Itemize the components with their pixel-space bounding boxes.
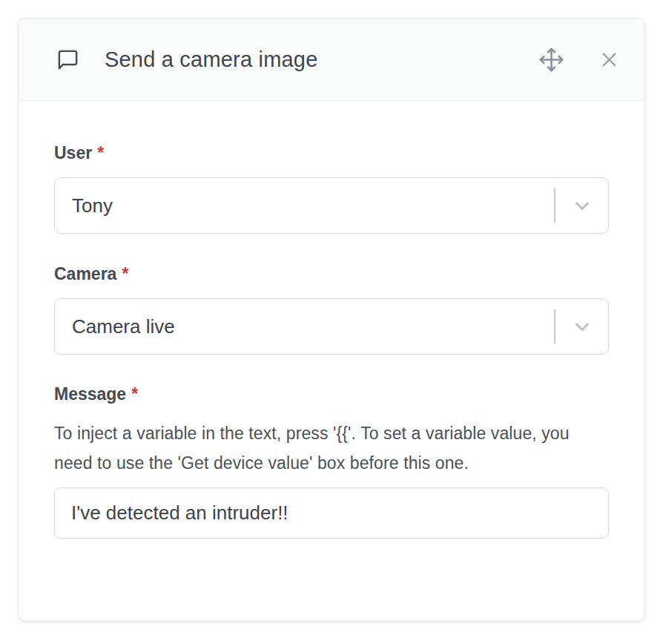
camera-label-text: Camera: [54, 264, 116, 283]
user-label-text: User: [54, 143, 92, 162]
send-camera-image-card: Send a camera image: [18, 18, 645, 622]
message-input[interactable]: [54, 487, 609, 539]
card-header: Send a camera image: [19, 19, 644, 101]
card-title: Send a camera image: [105, 47, 318, 72]
chevron-down-icon: [555, 315, 608, 338]
card-body: User* Tony Camera* Camera l: [19, 101, 644, 539]
user-select-value: Tony: [72, 194, 113, 217]
message-label: Message*: [54, 384, 609, 404]
page-background: Send a camera image: [0, 0, 663, 644]
required-asterisk: *: [97, 143, 104, 162]
required-asterisk: *: [131, 384, 138, 404]
required-asterisk: *: [122, 264, 128, 283]
camera-select-value: Camera live: [72, 315, 175, 338]
message-square-icon: [56, 48, 79, 71]
message-label-text: Message: [54, 384, 126, 404]
camera-label: Camera*: [54, 264, 609, 284]
user-select[interactable]: Tony: [54, 177, 609, 234]
camera-field: Camera* Camera live: [54, 264, 609, 355]
header-actions: [538, 47, 619, 73]
camera-select[interactable]: Camera live: [54, 298, 609, 355]
user-field: User* Tony: [54, 143, 609, 234]
message-field: Message* To inject a variable in the tex…: [54, 384, 609, 539]
move-icon[interactable]: [538, 47, 564, 73]
message-help-text: To inject a variable in the text, press …: [54, 418, 609, 478]
close-icon[interactable]: [599, 50, 619, 70]
user-label: User*: [54, 143, 609, 163]
chevron-down-icon: [555, 194, 608, 217]
